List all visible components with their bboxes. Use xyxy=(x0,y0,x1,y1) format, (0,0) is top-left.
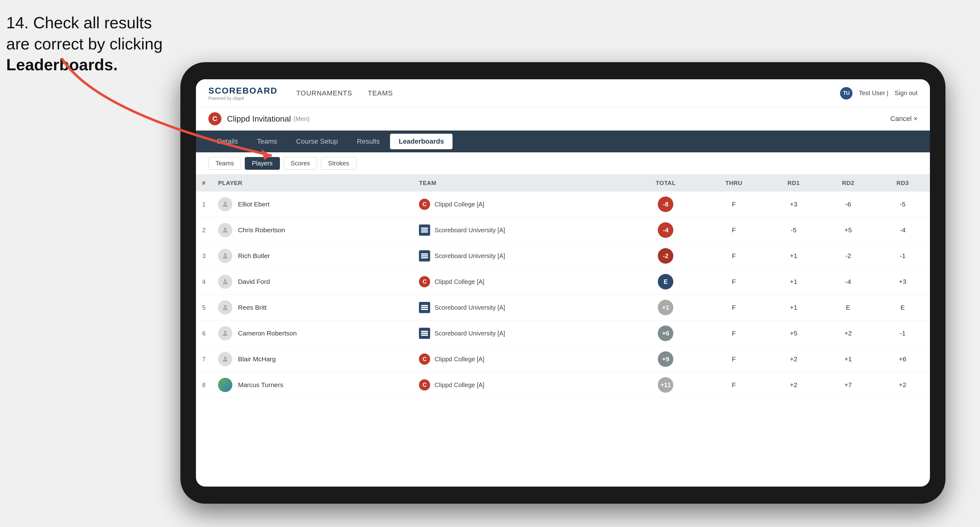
cell-rd2: -6 xyxy=(821,192,875,217)
logo-area: SCOREBOARD Powered by clippd xyxy=(208,86,277,101)
cell-rank: 2 xyxy=(196,217,212,243)
team-logo: C xyxy=(419,276,430,287)
cell-player: Elliot Ebert xyxy=(212,192,413,217)
cell-team: Scoreboard University [A] xyxy=(413,321,630,346)
cancel-button[interactable]: Cancel × xyxy=(891,115,918,123)
filter-strokes-button[interactable]: Strokes xyxy=(321,157,356,170)
cell-rank: 1 xyxy=(196,192,212,217)
cell-player: Blair McHarg xyxy=(212,346,413,372)
cell-rd1: +1 xyxy=(766,243,821,269)
svg-rect-9 xyxy=(421,257,428,259)
nav-teams[interactable]: TEAMS xyxy=(368,88,393,99)
col-player: PLAYER xyxy=(212,175,413,192)
cell-rd2: +2 xyxy=(821,321,875,346)
cell-rd3: -1 xyxy=(875,321,930,346)
tablet-frame: SCOREBOARD Powered by clippd TOURNAMENTS… xyxy=(180,62,945,504)
team-name: Clippd College [A] xyxy=(434,381,484,389)
cell-thru: F xyxy=(702,243,766,269)
tournament-logo: C xyxy=(208,112,221,125)
svg-rect-17 xyxy=(421,333,428,334)
tablet-screen: SCOREBOARD Powered by clippd TOURNAMENTS… xyxy=(196,79,930,487)
col-rd3: RD3 xyxy=(875,175,930,192)
team-logo: C xyxy=(419,379,430,390)
cell-thru: F xyxy=(702,269,766,295)
filter-scores-button[interactable]: Scores xyxy=(284,157,317,170)
svg-rect-3 xyxy=(421,228,428,229)
team-name: Clippd College [A] xyxy=(434,201,484,208)
cell-rd3: -5 xyxy=(875,192,930,217)
team-logo: C xyxy=(419,199,430,210)
cell-rd2: +7 xyxy=(821,372,875,398)
cell-rd1: +1 xyxy=(766,269,821,295)
player-avatar xyxy=(218,378,232,392)
cell-total: +1 xyxy=(630,295,702,321)
player-avatar xyxy=(218,275,232,289)
player-avatar xyxy=(218,352,232,366)
tab-results[interactable]: Results xyxy=(348,134,388,149)
tab-teams[interactable]: Teams xyxy=(248,134,286,149)
player-name: Blair McHarg xyxy=(238,356,275,363)
cell-player: Cameron Robertson xyxy=(212,321,413,346)
table-row: 6Cameron RobertsonScoreboard University … xyxy=(196,321,930,346)
cell-rd2: -2 xyxy=(821,243,875,269)
cell-total: +9 xyxy=(630,346,702,372)
svg-rect-5 xyxy=(421,231,428,233)
player-name: Elliot Ebert xyxy=(238,200,270,208)
svg-point-10 xyxy=(224,279,226,282)
cell-rd2: +1 xyxy=(821,346,875,372)
team-logo xyxy=(419,224,430,236)
cell-rd1: +2 xyxy=(766,346,821,372)
player-name: Cameron Robertson xyxy=(238,330,297,337)
col-rank: # xyxy=(196,175,212,192)
nav-tournaments[interactable]: TOURNAMENTS xyxy=(296,88,352,99)
team-logo xyxy=(419,328,430,339)
table-row: 5Rees BrittScoreboard University [A]+1F+… xyxy=(196,295,930,321)
filter-teams-button[interactable]: Teams xyxy=(208,157,241,170)
cell-rank: 3 xyxy=(196,243,212,269)
sign-out-link[interactable]: Sign out xyxy=(895,89,918,97)
player-name: Rees Britt xyxy=(238,304,267,311)
cell-rd3: -4 xyxy=(875,217,930,243)
user-name: Test User | xyxy=(859,89,888,97)
cell-rd3: E xyxy=(875,295,930,321)
cell-rd3: -1 xyxy=(875,243,930,269)
tournament-header: C Clippd Invitational (Men) Cancel × xyxy=(196,107,930,130)
tab-leaderboards[interactable]: Leaderboards xyxy=(390,134,453,149)
cell-player: David Ford xyxy=(212,269,413,295)
team-logo xyxy=(419,302,430,313)
cell-total: +6 xyxy=(630,321,702,346)
instruction-text: 14. Check all results are correct by cli… xyxy=(6,13,163,76)
svg-point-6 xyxy=(224,253,226,256)
leaderboard-table-container: # PLAYER TEAM TOTAL THRU RD1 RD2 RD3 1El… xyxy=(196,175,930,487)
tab-details[interactable]: Details xyxy=(208,134,247,149)
cell-total: -4 xyxy=(630,217,702,243)
cell-player: Chris Robertson xyxy=(212,217,413,243)
leaderboard-table: # PLAYER TEAM TOTAL THRU RD1 RD2 RD3 1El… xyxy=(196,175,930,398)
logo-sub: Powered by clippd xyxy=(208,96,277,101)
cell-rd2: +5 xyxy=(821,217,875,243)
cell-rank: 4 xyxy=(196,269,212,295)
player-avatar xyxy=(218,223,232,237)
col-total: TOTAL xyxy=(630,175,702,192)
svg-rect-16 xyxy=(421,331,428,332)
svg-rect-18 xyxy=(421,335,428,336)
col-rd2: RD2 xyxy=(821,175,875,192)
col-team: TEAM xyxy=(413,175,630,192)
filter-players-button[interactable]: Players xyxy=(245,157,280,170)
cell-total: E xyxy=(630,269,702,295)
table-row: 3Rich ButlerScoreboard University [A]-2F… xyxy=(196,243,930,269)
col-rd1: RD1 xyxy=(766,175,821,192)
cell-team: CClippd College [A] xyxy=(413,269,630,295)
cell-thru: F xyxy=(702,295,766,321)
team-name: Clippd College [A] xyxy=(434,356,484,363)
cell-thru: F xyxy=(702,217,766,243)
cell-player: Marcus Turners xyxy=(212,372,413,398)
cell-rd1: +2 xyxy=(766,372,821,398)
cell-rd1: +3 xyxy=(766,192,821,217)
svg-rect-14 xyxy=(421,309,428,310)
tab-course-setup[interactable]: Course Setup xyxy=(287,134,347,149)
svg-rect-13 xyxy=(421,307,428,308)
cell-rd2: E xyxy=(821,295,875,321)
svg-point-19 xyxy=(224,357,226,359)
nav-right: TU Test User | Sign out xyxy=(840,87,918,100)
